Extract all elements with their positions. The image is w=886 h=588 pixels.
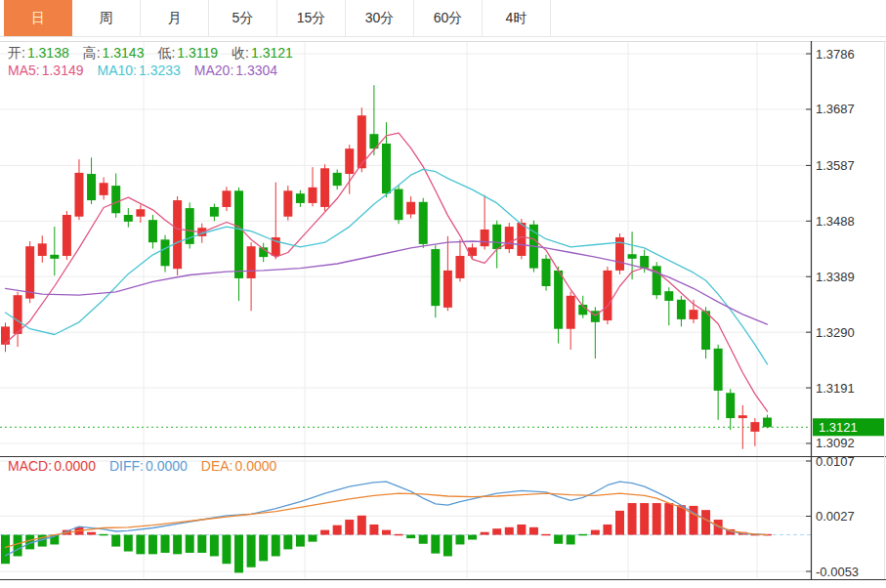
y-axis-label: 1.3587	[816, 158, 855, 173]
candle-body[interactable]	[738, 415, 747, 418]
macd-bar	[272, 535, 280, 557]
tab-month[interactable]: 月	[141, 0, 209, 36]
tab-week[interactable]: 周	[72, 0, 141, 36]
macd-bar	[186, 535, 194, 553]
candle-body[interactable]	[677, 300, 686, 319]
candle-body[interactable]	[603, 271, 612, 320]
candle-body[interactable]	[701, 311, 710, 350]
candle-body[interactable]	[406, 202, 415, 215]
macd-bar	[529, 527, 538, 535]
candle-body[interactable]	[750, 422, 759, 432]
macd-bar	[455, 535, 464, 545]
candle-body[interactable]	[333, 173, 342, 186]
macd-bar	[517, 525, 526, 535]
y-axis-label: 1.3488	[816, 214, 855, 229]
macd-bar	[136, 535, 145, 555]
chart-canvas[interactable]: 1.37861.36871.35871.34881.33891.32901.31…	[0, 0, 886, 588]
candle-body[interactable]	[309, 188, 317, 203]
candle-body[interactable]	[640, 256, 649, 269]
candle-body[interactable]	[320, 168, 329, 207]
macd-bar	[542, 534, 551, 536]
tab-4hour[interactable]: 4时	[483, 0, 551, 36]
tab-15min[interactable]: 15分	[277, 0, 346, 36]
macd-bar	[701, 510, 710, 534]
tab-60min[interactable]: 60分	[414, 0, 483, 36]
candle-body[interactable]	[148, 220, 157, 242]
candle-body[interactable]	[492, 225, 501, 249]
macd-bar	[283, 535, 292, 550]
macd-bar	[345, 520, 354, 535]
candle-body[interactable]	[111, 186, 120, 213]
macd-bar	[591, 530, 600, 535]
macd-bar	[87, 532, 96, 535]
macd-bar	[640, 503, 649, 534]
macd-bar	[296, 535, 305, 547]
y-axis-label: -0.0053	[816, 565, 859, 579]
candle-body[interactable]	[505, 227, 514, 249]
candle-body[interactable]	[517, 223, 526, 256]
macd-bar	[124, 535, 133, 552]
macd-bar	[197, 535, 206, 553]
macd-bar	[333, 525, 342, 535]
candle-body[interactable]	[455, 256, 464, 278]
macd-bar	[419, 535, 428, 544]
candle-body[interactable]	[481, 230, 489, 246]
candle-body[interactable]	[25, 246, 34, 298]
macd-bar	[1, 535, 10, 565]
macd-bar	[320, 530, 329, 535]
candle-body[interactable]	[345, 148, 354, 174]
candle-body[interactable]	[234, 190, 243, 278]
candle-body[interactable]	[395, 189, 403, 221]
candle-body[interactable]	[63, 215, 71, 256]
candle-body[interactable]	[124, 215, 133, 222]
candle-body[interactable]	[74, 173, 83, 217]
candle-body[interactable]	[161, 239, 170, 266]
candle-body[interactable]	[554, 271, 563, 329]
macd-bar	[443, 535, 452, 557]
candle-body[interactable]	[100, 183, 108, 195]
candle-body[interactable]	[763, 418, 772, 428]
candle-body[interactable]	[38, 243, 47, 256]
macd-bar	[395, 534, 403, 536]
candle-body[interactable]	[689, 310, 697, 319]
candle-body[interactable]	[50, 255, 59, 259]
kline-app: 1.37861.36871.35871.34881.33891.32901.31…	[0, 0, 886, 588]
candle-body[interactable]	[628, 254, 637, 259]
candle-body[interactable]	[542, 259, 551, 286]
candle-body[interactable]	[14, 295, 22, 334]
candle-body[interactable]	[443, 271, 452, 308]
macd-bar	[492, 528, 501, 534]
macd-bar	[111, 535, 120, 547]
candle-body[interactable]	[136, 209, 145, 216]
candle-body[interactable]	[567, 296, 575, 329]
y-axis-label: 1.3786	[816, 47, 855, 62]
tab-day[interactable]: 日	[4, 0, 72, 36]
candle-body[interactable]	[296, 193, 305, 203]
candle-body[interactable]	[173, 200, 182, 269]
macd-bar	[567, 535, 575, 545]
candle-body[interactable]	[431, 249, 440, 306]
macd-bar	[554, 535, 563, 544]
candle-body[interactable]	[419, 202, 428, 244]
macd-bar	[468, 535, 477, 540]
macd-bar	[628, 503, 637, 534]
macd-bar	[664, 503, 673, 534]
candle-body[interactable]	[664, 291, 673, 301]
macd-bar	[259, 535, 268, 562]
tab-5min[interactable]: 5分	[209, 0, 277, 36]
candle-body[interactable]	[714, 349, 723, 391]
candle-body[interactable]	[726, 393, 735, 418]
tab-30min[interactable]: 30分	[346, 0, 414, 36]
price-tag-value: 1.3121	[819, 420, 858, 435]
candle-body[interactable]	[1, 326, 10, 344]
candle-body[interactable]	[222, 190, 231, 207]
candle-body[interactable]	[283, 190, 292, 216]
macd-bar	[234, 535, 243, 573]
y-axis-label: 1.3389	[816, 270, 855, 284]
macd-bar	[100, 534, 108, 536]
candle-body[interactable]	[247, 246, 256, 278]
macd-bar	[431, 535, 440, 554]
candle-body[interactable]	[87, 174, 96, 200]
candle-body[interactable]	[382, 144, 391, 193]
candle-body[interactable]	[210, 207, 219, 217]
